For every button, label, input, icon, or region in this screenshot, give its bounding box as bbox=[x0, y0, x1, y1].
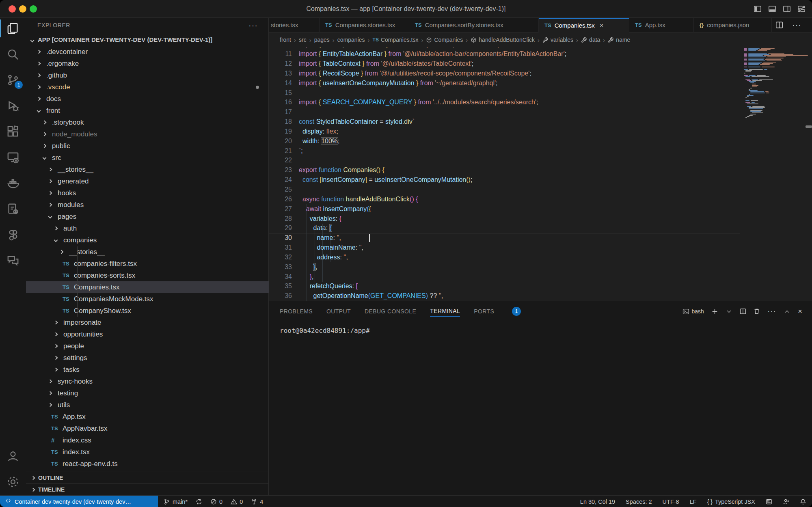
activity-files-icon[interactable] bbox=[0, 17, 26, 40]
activity-search-icon[interactable] bbox=[0, 43, 26, 66]
tree-item-__stories__[interactable]: __stories__ bbox=[26, 246, 269, 258]
status-item-main-[interactable]: main* bbox=[164, 498, 188, 505]
status-item-utf-8[interactable]: UTF-8 bbox=[663, 498, 679, 505]
activity-remote-explorer-icon[interactable] bbox=[0, 146, 26, 169]
tree-item-impersonate[interactable]: impersonate bbox=[26, 317, 269, 328]
remote-indicator[interactable]: Container dev-twenty-dev (dev-twenty-dev… bbox=[0, 496, 158, 507]
breadcrumb-item-variables[interactable]: variables bbox=[542, 37, 573, 43]
breadcrumb-item-Companies[interactable]: Companies bbox=[426, 37, 463, 43]
tree-item-node_modules[interactable]: node_modules bbox=[26, 128, 269, 140]
panel-tab-terminal[interactable]: TERMINAL bbox=[430, 306, 460, 317]
activity-extensions-icon[interactable] bbox=[0, 120, 26, 143]
status-item[interactable] bbox=[766, 498, 772, 505]
status-item[interactable] bbox=[196, 498, 202, 505]
breadcrumb-item-name[interactable]: name bbox=[608, 37, 630, 43]
tree-item-front[interactable]: front bbox=[26, 105, 269, 117]
tree-item-opportunities[interactable]: opportunities bbox=[26, 328, 269, 340]
tab-stories.tsx[interactable]: stories.tsx bbox=[269, 18, 320, 32]
breadcrumb-item-src[interactable]: src bbox=[299, 37, 307, 43]
tab-Companies.tsx[interactable]: TSCompanies.tsx× bbox=[539, 18, 629, 32]
status-item-ln-30-col-19[interactable]: Ln 30, Col 19 bbox=[580, 498, 615, 505]
activity-figma-icon[interactable] bbox=[0, 223, 26, 246]
tree-item-react-app-env.d.ts[interactable]: TSreact-app-env.d.ts bbox=[26, 458, 269, 470]
tree-item-AppNavbar.tsx[interactable]: TSAppNavbar.tsx bbox=[26, 423, 269, 434]
panel-tab-output[interactable]: OUTPUT bbox=[326, 306, 351, 316]
breadcrumb-item-companies[interactable]: companies bbox=[337, 37, 365, 43]
toggle-sidebar-right-icon[interactable] bbox=[783, 5, 791, 13]
tree-item-CompanyShow.tsx[interactable]: TSCompanyShow.tsx bbox=[26, 305, 269, 317]
maximize-panel-icon[interactable] bbox=[784, 308, 790, 315]
tree-item-__stories__[interactable]: __stories__ bbox=[26, 164, 269, 175]
split-editor-icon[interactable] bbox=[775, 21, 783, 29]
activity-account-icon[interactable] bbox=[0, 445, 26, 468]
toggle-panel-bottom-icon[interactable] bbox=[768, 5, 776, 13]
sidebar-section-outline[interactable]: OUTLINE bbox=[26, 472, 268, 483]
close-panel-icon[interactable]: × bbox=[798, 307, 802, 316]
breadcrumb-item-data[interactable]: data bbox=[581, 37, 600, 43]
tree-item-CompaniesMockMode.tsx[interactable]: TSCompaniesMockMode.tsx bbox=[26, 293, 269, 305]
tree-item-generated[interactable]: generated bbox=[26, 175, 269, 187]
terminal-prompt[interactable]: root@0a42ecd84891:/app# bbox=[280, 327, 370, 334]
status-item-0[interactable]: 0 bbox=[210, 498, 222, 505]
status-item-spaces-2[interactable]: Spaces: 2 bbox=[626, 498, 652, 505]
tree-item-auth[interactable]: auth bbox=[26, 222, 269, 234]
activity-container-config-icon[interactable] bbox=[0, 198, 26, 220]
status-item[interactable] bbox=[800, 498, 806, 505]
activity-settings-gear-icon[interactable] bbox=[0, 470, 26, 493]
tree-item-pages[interactable]: pages bbox=[26, 211, 269, 222]
tab-App.tsx[interactable]: TSApp.tsx bbox=[629, 18, 694, 32]
tree-item-.devcontainer[interactable]: .devcontainer bbox=[26, 46, 269, 58]
kill-terminal-icon[interactable] bbox=[754, 308, 760, 315]
scrollbar-thumb[interactable] bbox=[806, 125, 812, 128]
close-tab-icon[interactable]: × bbox=[600, 22, 604, 30]
status-item[interactable] bbox=[783, 498, 789, 505]
tree-item-modules[interactable]: modules bbox=[26, 199, 269, 211]
activity-source-control-icon[interactable]: 1 bbox=[0, 69, 26, 91]
panel-tab-ports[interactable]: PORTS bbox=[474, 306, 494, 316]
tree-item-index.tsx[interactable]: TSindex.tsx bbox=[26, 446, 269, 458]
chevron-down-icon[interactable] bbox=[726, 308, 732, 315]
tree-item-settings[interactable]: settings bbox=[26, 352, 269, 364]
activity-docker-icon[interactable] bbox=[0, 172, 26, 194]
tree-item-companies-filters.tsx[interactable]: TScompanies-filters.tsx bbox=[26, 258, 269, 270]
breadcrumb-item-front[interactable]: front bbox=[280, 37, 291, 43]
minimap[interactable] bbox=[742, 47, 812, 177]
customize-layout-icon[interactable] bbox=[797, 5, 806, 13]
tree-item-people[interactable]: people bbox=[26, 340, 269, 352]
tree-item-utils[interactable]: utils bbox=[26, 399, 269, 411]
breadcrumb-item-Companies.tsx[interactable]: TSCompanies.tsx bbox=[373, 37, 419, 43]
tree-item-companies[interactable]: companies bbox=[26, 234, 269, 246]
tree-item-public[interactable]: public bbox=[26, 140, 269, 152]
code-editor[interactable]: 10import { WithTopBarContainer } from '@… bbox=[269, 47, 812, 301]
explorer-more-actions-button[interactable]: ··· bbox=[248, 18, 258, 32]
tab-companies.json[interactable]: {}companies.json bbox=[694, 18, 772, 32]
status-item-typescript-jsx[interactable]: { }TypeScript JSX bbox=[707, 498, 755, 505]
activity-comments-icon[interactable] bbox=[0, 249, 26, 272]
tree-item-sync-hooks[interactable]: sync-hooks bbox=[26, 375, 269, 387]
breadcrumb-item-handleAddButtonClick[interactable]: handleAddButtonClick bbox=[471, 37, 535, 43]
tree-item-index.css[interactable]: #index.css bbox=[26, 434, 269, 446]
tree-item-.github[interactable]: .github bbox=[26, 69, 269, 81]
status-item-0[interactable]: 0 bbox=[231, 498, 243, 505]
shell-selector[interactable]: bash bbox=[682, 308, 704, 315]
more-actions-icon[interactable]: ··· bbox=[792, 20, 801, 30]
workspace-section-header[interactable]: APP [CONTAINER DEV-TWENTY-DEV (DEV-TWENT… bbox=[26, 32, 268, 47]
breadcrumb[interactable]: front›src›pages›companies›TSCompanies.ts… bbox=[269, 32, 812, 47]
breadcrumb-item-pages[interactable]: pages bbox=[314, 37, 330, 43]
more-actions-icon[interactable]: ··· bbox=[767, 307, 776, 316]
status-item-4[interactable]: 4 bbox=[251, 498, 263, 505]
tree-item-docs[interactable]: docs bbox=[26, 93, 269, 105]
tree-item-hooks[interactable]: hooks bbox=[26, 187, 269, 199]
panel-tab-problems[interactable]: PROBLEMS bbox=[280, 306, 313, 316]
tab-Companies.stories.tsx[interactable]: TSCompanies.stories.tsx bbox=[320, 18, 409, 32]
tab-Companies.sortBy.stories.tsx[interactable]: TSCompanies.sortBy.stories.tsx bbox=[409, 18, 539, 32]
tree-item-Companies.tsx[interactable]: TSCompanies.tsx bbox=[26, 281, 269, 293]
tree-item-.vscode[interactable]: .vscode bbox=[26, 81, 269, 93]
activity-run-debug-icon[interactable] bbox=[0, 95, 26, 117]
toggle-sidebar-left-icon[interactable] bbox=[754, 5, 762, 13]
tree-item-testing[interactable]: testing bbox=[26, 387, 269, 399]
tree-item-App.tsx[interactable]: TSApp.tsx bbox=[26, 411, 269, 423]
panel-tab-debug-console[interactable]: DEBUG CONSOLE bbox=[365, 306, 416, 316]
tree-item-.ergomake[interactable]: .ergomake bbox=[26, 58, 269, 69]
tree-item-src[interactable]: src bbox=[26, 152, 269, 164]
